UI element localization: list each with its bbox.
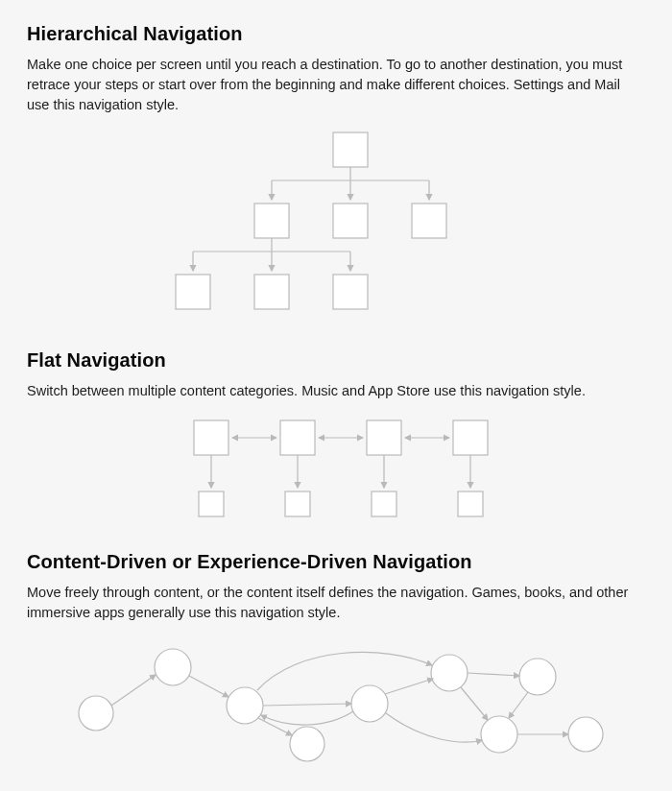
svg-point-38 [481, 716, 517, 753]
document-page: Hierarchical Navigation Make one choice … [0, 0, 672, 791]
section-body: Move freely through content, or the cont… [27, 583, 645, 623]
section-title: Flat Navigation [27, 349, 645, 372]
svg-line-46 [468, 673, 519, 676]
svg-line-47 [461, 687, 488, 720]
svg-point-39 [519, 659, 556, 695]
svg-rect-20 [453, 420, 488, 455]
section-title: Content-Driven or Experience-Driven Navi… [27, 551, 645, 573]
svg-line-44 [263, 704, 351, 706]
svg-rect-31 [458, 491, 483, 516]
section-hierarchical: Hierarchical Navigation Make one choice … [27, 23, 645, 328]
svg-rect-8 [412, 204, 446, 238]
svg-rect-0 [333, 132, 368, 167]
svg-point-40 [568, 717, 603, 752]
svg-rect-19 [367, 420, 401, 455]
hierarchical-diagram [134, 129, 538, 328]
svg-line-42 [189, 676, 228, 697]
svg-rect-7 [333, 204, 368, 238]
svg-rect-16 [333, 275, 368, 309]
svg-rect-18 [280, 420, 315, 455]
flat-diagram [163, 415, 509, 530]
svg-line-45 [385, 679, 433, 694]
svg-point-33 [155, 649, 191, 685]
svg-rect-6 [254, 204, 289, 238]
svg-line-48 [509, 692, 528, 718]
svg-point-37 [431, 655, 468, 691]
section-body: Switch between multiple content categori… [27, 381, 645, 401]
svg-rect-28 [199, 491, 224, 516]
svg-point-36 [351, 685, 388, 722]
svg-rect-14 [176, 275, 210, 309]
svg-line-41 [111, 675, 156, 706]
section-title: Hierarchical Navigation [27, 23, 645, 45]
svg-point-32 [79, 696, 113, 731]
svg-rect-30 [372, 491, 396, 516]
section-body: Make one choice per screen until you rea… [27, 55, 645, 115]
svg-rect-15 [254, 275, 289, 309]
svg-point-34 [227, 687, 263, 724]
svg-point-35 [290, 727, 324, 761]
section-flat: Flat Navigation Switch between multiple … [27, 349, 645, 530]
content-driven-diagram [48, 636, 624, 771]
svg-rect-17 [194, 420, 228, 455]
section-content-driven: Content-Driven or Experience-Driven Navi… [27, 551, 645, 771]
svg-rect-29 [285, 491, 310, 516]
